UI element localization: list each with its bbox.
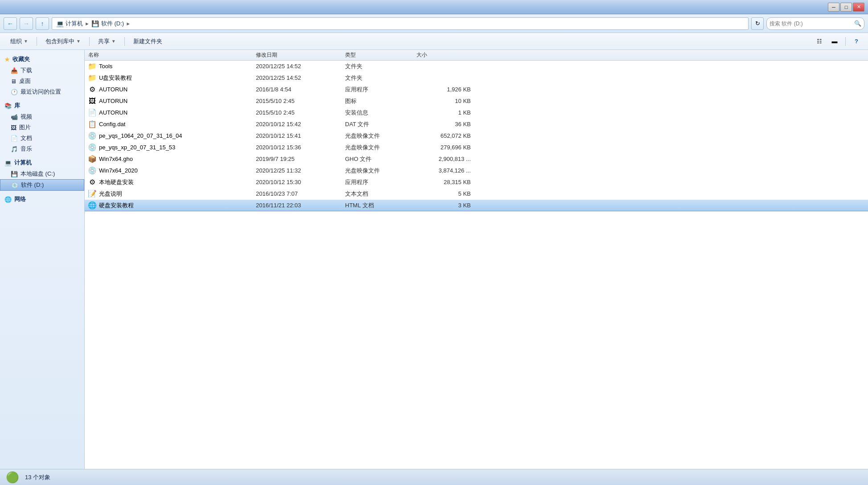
file-icon: 💿 xyxy=(88,144,96,152)
maximize-button[interactable]: □ xyxy=(840,3,852,12)
desktop-label: 桌面 xyxy=(19,77,31,85)
sidebar-library-header[interactable]: 📚 库 xyxy=(0,100,84,111)
sidebar-item-drive-d[interactable]: 💿 软件 (D:) xyxy=(0,179,84,191)
organize-label: 组织 xyxy=(10,37,22,45)
table-row[interactable]: ⚙ 本地硬盘安装 2020/10/12 15:30 应用程序 28,315 KB xyxy=(85,177,868,188)
doc-icon: 📄 xyxy=(11,135,18,142)
address-bar: ← → ↑ 💻 计算机 ► 💾 软件 (D:) ► ↻ 🔍 xyxy=(0,14,868,33)
file-name-text: Config.dat xyxy=(99,121,125,127)
sidebar-network-header[interactable]: 🌐 网络 xyxy=(0,193,84,205)
table-row[interactable]: 📝 光盘说明 2016/10/23 7:07 文本文档 5 KB xyxy=(85,188,868,200)
table-row[interactable]: 📦 Win7x64.gho 2019/9/7 19:25 GHO 文件 2,90… xyxy=(85,153,868,165)
view-toggle-button[interactable]: ▬ xyxy=(828,36,841,47)
table-row[interactable]: 📁 Tools 2020/12/25 14:52 文件夹 xyxy=(85,61,868,72)
desktop-icon: 🖥 xyxy=(11,78,16,85)
file-type-cell: 光盘映像文件 xyxy=(345,144,416,152)
file-name-cell: 📝 光盘说明 xyxy=(86,190,256,198)
table-row[interactable]: 💿 pe_yqs_1064_20_07_31_16_04 2020/10/12 … xyxy=(85,130,868,142)
file-name-cell: 📦 Win7x64.gho xyxy=(86,155,256,163)
sidebar-favorites-header[interactable]: ★ 收藏夹 xyxy=(0,53,84,65)
sidebar-item-drive-c[interactable]: 💾 本地磁盘 (C:) xyxy=(0,169,84,179)
refresh-button[interactable]: ↻ xyxy=(751,17,764,30)
table-row[interactable]: 💿 Win7x64_2020 2020/12/25 11:32 光盘映像文件 3… xyxy=(85,165,868,177)
status-bar: 🟢 13 个对象 xyxy=(0,469,868,485)
file-name-text: AUTORUN xyxy=(99,98,128,104)
table-row[interactable]: 💿 pe_yqs_xp_20_07_31_15_53 2020/10/12 15… xyxy=(85,142,868,153)
file-date-cell: 2020/12/25 11:32 xyxy=(256,167,345,174)
file-name-cell: 💿 pe_yqs_xp_20_07_31_15_53 xyxy=(86,144,256,152)
file-icon: 📋 xyxy=(88,120,96,128)
search-box[interactable]: 🔍 xyxy=(766,17,864,30)
new-folder-button[interactable]: 新建文件夹 xyxy=(128,35,167,48)
up-button[interactable]: ↑ xyxy=(36,17,49,30)
include-library-button[interactable]: 包含到库中 ▼ xyxy=(41,35,86,48)
file-name-text: AUTORUN xyxy=(99,86,128,93)
drive-c-icon: 💾 xyxy=(11,171,18,177)
file-name-text: pe_yqs_1064_20_07_31_16_04 xyxy=(99,132,182,139)
forward-button[interactable]: → xyxy=(20,17,33,30)
sidebar-item-desktop[interactable]: 🖥 桌面 xyxy=(0,76,84,86)
sidebar-item-image[interactable]: 🖼 图片 xyxy=(0,122,84,133)
file-name-cell: 🌐 硬盘安装教程 xyxy=(86,201,256,210)
col-header-date[interactable]: 修改日期 xyxy=(256,51,345,59)
file-icon: ⚙ xyxy=(88,86,96,94)
network-label: 网络 xyxy=(14,195,26,203)
path-drive[interactable]: 软件 (D:) xyxy=(101,20,124,28)
close-button[interactable]: ✕ xyxy=(853,3,864,12)
minimize-button[interactable]: ─ xyxy=(828,3,839,12)
col-header-type[interactable]: 类型 xyxy=(345,51,416,59)
table-row[interactable]: 📁 U盘安装教程 2020/12/25 14:52 文件夹 xyxy=(85,72,868,84)
sidebar-computer-header[interactable]: 💻 计算机 xyxy=(0,157,84,169)
sidebar-item-music[interactable]: 🎵 音乐 xyxy=(0,144,84,154)
search-icon[interactable]: 🔍 xyxy=(854,20,861,27)
table-row[interactable]: 📋 Config.dat 2020/10/12 15:42 DAT 文件 36 … xyxy=(85,119,868,130)
file-name-cell: 🖼 AUTORUN xyxy=(86,97,256,105)
path-sep-2: ► xyxy=(126,21,131,26)
toolbar-sep-4 xyxy=(845,37,846,46)
include-arrow-icon: ▼ xyxy=(76,39,81,44)
table-row[interactable]: 📄 AUTORUN 2015/5/10 2:45 安装信息 1 KB xyxy=(85,107,868,119)
file-name-cell: 💿 Win7x64_2020 xyxy=(86,167,256,175)
network-icon: 🌐 xyxy=(4,196,12,203)
address-path[interactable]: 💻 计算机 ► 💾 软件 (D:) ► xyxy=(52,17,749,30)
view-options-button[interactable]: ☷ xyxy=(813,36,826,47)
sidebar-favorites-section: ★ 收藏夹 📥 下载 🖥 桌面 🕐 最近访问的位置 xyxy=(0,53,84,97)
table-row[interactable]: 🌐 硬盘安装教程 2016/11/21 22:03 HTML 文档 3 KB xyxy=(85,200,868,211)
share-button[interactable]: 共享 ▼ xyxy=(93,35,121,48)
video-icon: 📹 xyxy=(11,114,18,120)
file-type-cell: 应用程序 xyxy=(345,86,416,94)
file-size-cell: 652,072 KB xyxy=(416,132,474,139)
drive-c-label: 本地磁盘 (C:) xyxy=(21,170,55,178)
col-header-size[interactable]: 大小 xyxy=(416,51,474,59)
file-icon: 💿 xyxy=(88,132,96,140)
file-icon: 🌐 xyxy=(88,201,96,210)
file-size-cell: 36 KB xyxy=(416,121,474,127)
download-folder-icon: 📥 xyxy=(11,67,18,74)
file-icon: 💿 xyxy=(88,167,96,175)
file-name-cell: 📁 Tools xyxy=(86,62,256,70)
image-label: 图片 xyxy=(19,123,31,132)
sidebar-item-doc[interactable]: 📄 文档 xyxy=(0,133,84,144)
search-input[interactable] xyxy=(769,21,852,27)
new-folder-label: 新建文件夹 xyxy=(133,37,162,45)
music-label: 音乐 xyxy=(21,145,32,153)
toolbar-sep-3 xyxy=(124,37,125,46)
file-type-cell: GHO 文件 xyxy=(345,155,416,163)
help-button[interactable]: ? xyxy=(850,36,863,47)
file-name-cell: ⚙ AUTORUN xyxy=(86,86,256,94)
file-icon: 🖼 xyxy=(88,97,96,105)
file-type-cell: 应用程序 xyxy=(345,178,416,186)
sidebar-item-video[interactable]: 📹 视频 xyxy=(0,111,84,122)
organize-button[interactable]: 组织 ▼ xyxy=(5,35,33,48)
sidebar-item-recent[interactable]: 🕐 最近访问的位置 xyxy=(0,86,84,97)
table-row[interactable]: ⚙ AUTORUN 2016/1/8 4:54 应用程序 1,926 KB xyxy=(85,84,868,95)
table-row[interactable]: 🖼 AUTORUN 2015/5/10 2:45 图标 10 KB xyxy=(85,95,868,107)
file-date-cell: 2016/1/8 4:54 xyxy=(256,86,345,93)
sidebar-item-downloads[interactable]: 📥 下载 xyxy=(0,65,84,76)
col-header-name[interactable]: 名称 xyxy=(86,51,256,59)
path-computer[interactable]: 计算机 xyxy=(66,20,83,28)
file-type-cell: 文件夹 xyxy=(345,62,416,70)
file-size-cell: 1 KB xyxy=(416,109,474,116)
back-button[interactable]: ← xyxy=(4,17,17,30)
file-size-cell: 28,315 KB xyxy=(416,179,474,185)
